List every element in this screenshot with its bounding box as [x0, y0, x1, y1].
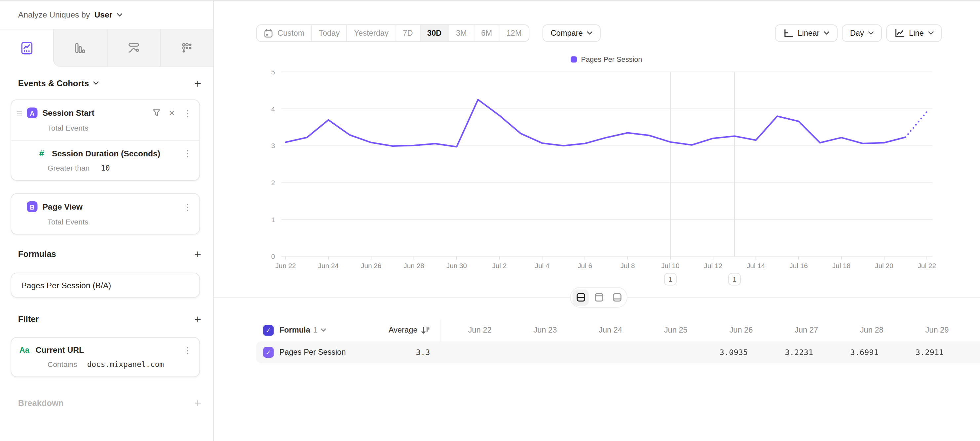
- svg-text:Jul 12: Jul 12: [704, 262, 722, 269]
- more-options-icon[interactable]: ⋮: [183, 202, 192, 211]
- filter-property-name[interactable]: Current URL: [36, 345, 84, 354]
- table-row[interactable]: ✓ Pages Per Session 3.3 3.09353.22313.69…: [256, 341, 980, 363]
- add-breakdown-button[interactable]: +: [194, 397, 201, 409]
- table-column-header[interactable]: Jun 23: [499, 320, 564, 341]
- bottom-panel-icon: [612, 293, 622, 302]
- chevron-down-icon: [93, 81, 99, 85]
- average-column-header[interactable]: Average: [350, 326, 430, 334]
- legend-label: Pages Per Session: [581, 56, 642, 63]
- event-measure[interactable]: Total Events: [11, 118, 199, 140]
- chevron-down-icon: [587, 32, 593, 35]
- table-column-header[interactable]: Jun 22: [434, 320, 499, 341]
- property-operator[interactable]: Greater than: [48, 164, 89, 173]
- property-name[interactable]: Session Duration (Seconds): [52, 148, 160, 158]
- compare-button[interactable]: Compare: [542, 24, 601, 42]
- filter-card-current-url[interactable]: Aa Current URL ⋮ Contains docs.mixpanel.…: [11, 337, 200, 377]
- date-column-headers: Jun 22Jun 23Jun 24Jun 25Jun 26Jun 27Jun …: [434, 320, 956, 341]
- drag-handle-icon[interactable]: [17, 110, 22, 115]
- event-letter-badge: B: [27, 201, 37, 212]
- add-formula-button[interactable]: +: [194, 248, 201, 260]
- range-button-custom[interactable]: Custom: [257, 25, 312, 41]
- range-button-yesterday[interactable]: Yesterday: [347, 25, 396, 41]
- remove-event-icon[interactable]: ✕: [169, 109, 175, 117]
- event-measure[interactable]: Total Events: [11, 212, 199, 234]
- svg-text:0: 0: [271, 253, 275, 260]
- chevron-down-icon: [321, 328, 326, 332]
- svg-text:1: 1: [732, 275, 737, 283]
- y-scale-button[interactable]: Linear: [775, 24, 838, 42]
- chart-only-view-button[interactable]: [591, 289, 607, 306]
- svg-text:Jul 14: Jul 14: [747, 262, 765, 269]
- funnels-icon: [73, 40, 88, 55]
- query-builder-sidebar: Analyze Uniques by User: [0, 1, 214, 441]
- table-column-header[interactable]: Jun 28: [826, 320, 891, 341]
- flows-icon: [126, 40, 141, 55]
- filter-value[interactable]: docs.mixpanel.com: [87, 360, 164, 369]
- table-only-view-button[interactable]: [609, 289, 625, 306]
- event-card-session-start[interactable]: A Session Start ✕ ⋮ Total Events # Sessi…: [11, 100, 200, 181]
- interval-button[interactable]: Day: [842, 24, 882, 42]
- more-options-icon[interactable]: ⋮: [183, 345, 192, 354]
- table-column-header[interactable]: Jun 24: [564, 320, 630, 341]
- tab-flows[interactable]: [107, 29, 160, 67]
- chevron-down-icon: [928, 32, 934, 35]
- chart-legend[interactable]: Pages Per Session: [214, 56, 980, 63]
- tab-funnels[interactable]: [53, 29, 107, 67]
- event-name[interactable]: Page View: [43, 202, 83, 211]
- row-date-values: 3.09353.22313.69913.29113.08652.99183.00…: [690, 341, 980, 363]
- svg-text:3: 3: [271, 142, 275, 150]
- more-options-icon[interactable]: ⋮: [183, 108, 192, 117]
- svg-text:Jul 8: Jul 8: [620, 262, 635, 269]
- event-name[interactable]: Session Start: [43, 108, 94, 117]
- breakdown-section-header: Breakdown +: [0, 394, 214, 412]
- sort-descending-icon: [421, 326, 430, 334]
- filter-operator[interactable]: Contains: [48, 360, 77, 369]
- analyze-label: Analyze Uniques by: [18, 10, 90, 19]
- event-card-page-view[interactable]: B Page View ⋮ Total Events: [11, 193, 200, 234]
- more-options-icon[interactable]: ⋮: [183, 149, 192, 158]
- select-all-checkbox[interactable]: ✓: [263, 325, 273, 336]
- svg-text:Jun 24: Jun 24: [318, 262, 339, 269]
- svg-text:Jul 6: Jul 6: [578, 262, 592, 269]
- svg-text:Jul 20: Jul 20: [875, 262, 893, 269]
- chevron-down-icon: [117, 13, 122, 16]
- analyze-value-dropdown[interactable]: User: [94, 10, 112, 19]
- table-column-header[interactable]: Jun 27: [760, 320, 826, 341]
- svg-text:Jul 18: Jul 18: [832, 262, 851, 269]
- layout-toggle: [570, 287, 627, 307]
- top-panel-icon: [594, 293, 603, 302]
- range-button-30d[interactable]: 30D: [420, 25, 449, 41]
- svg-text:4: 4: [271, 105, 275, 113]
- events-section-title[interactable]: Events & Cohorts: [18, 78, 99, 88]
- row-checkbox[interactable]: ✓: [263, 347, 273, 357]
- formula-expression[interactable]: Pages Per Session (B/A): [21, 281, 111, 290]
- table-cell: 3.6991: [821, 341, 886, 363]
- table-header-row: ✓ Formula 1 Average Jun 22Jun 23Jun 24Ju…: [0, 320, 980, 341]
- range-button-today[interactable]: Today: [312, 25, 347, 41]
- range-button-3m[interactable]: 3M: [449, 25, 474, 41]
- date-range-control: CustomTodayYesterday7D30D3M6M12M: [256, 24, 529, 42]
- filter-icon[interactable]: [152, 109, 161, 117]
- range-button-12m[interactable]: 12M: [500, 25, 529, 41]
- chart-style-button[interactable]: Line: [886, 24, 942, 42]
- table-column-header[interactable]: Jun 26: [695, 320, 760, 341]
- range-button-7d[interactable]: 7D: [396, 25, 420, 41]
- range-button-6m[interactable]: 6M: [474, 25, 499, 41]
- table-column-header[interactable]: Jun 29: [891, 320, 956, 341]
- formula-card[interactable]: Pages Per Session (B/A): [11, 273, 200, 298]
- table-column-header[interactable]: Jun 25: [630, 320, 695, 341]
- svg-text:Jun 30: Jun 30: [446, 262, 467, 269]
- retention-icon: [180, 40, 194, 55]
- tab-retention[interactable]: [160, 29, 213, 67]
- breakdown-section-title: Breakdown: [18, 398, 64, 407]
- svg-text:1: 1: [271, 216, 275, 223]
- property-value[interactable]: 10: [101, 164, 110, 173]
- line-chart-icon: [895, 28, 905, 38]
- add-event-button[interactable]: +: [194, 77, 201, 89]
- split-view-button[interactable]: [573, 289, 589, 306]
- formulas-section-title: Formulas: [18, 249, 56, 258]
- svg-text:Jul 10: Jul 10: [661, 262, 680, 269]
- tab-insights[interactable]: [0, 29, 53, 67]
- formula-group-dropdown[interactable]: Formula 1: [280, 326, 326, 334]
- pages-per-session-line-chart[interactable]: 012345Jun 22Jun 24Jun 26Jun 28Jun 30Jul …: [214, 63, 980, 288]
